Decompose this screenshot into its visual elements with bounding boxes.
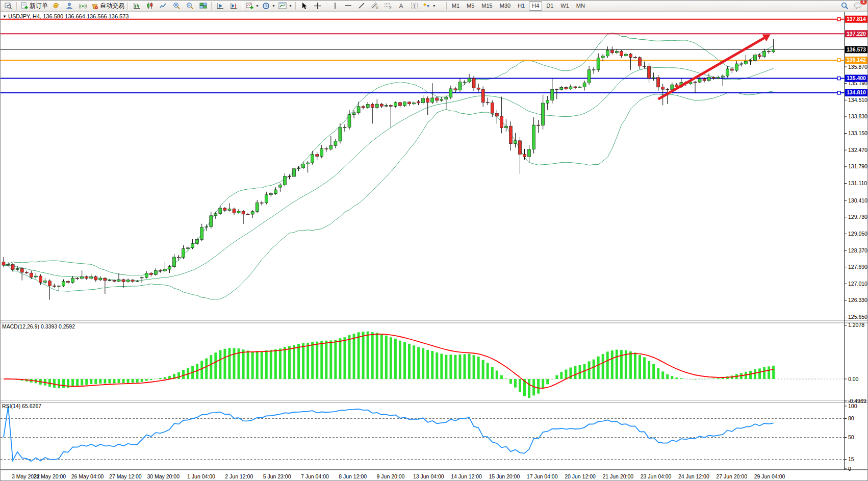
timeframe-D1[interactable]: D1	[543, 1, 556, 11]
candle	[422, 98, 425, 103]
market-watch-icon[interactable]	[2, 1, 15, 11]
candle	[639, 58, 642, 66]
svg-text:50: 50	[848, 434, 854, 440]
periods-button[interactable]: ▼	[261, 1, 277, 11]
search-icon	[841, 2, 849, 10]
arrows-tool[interactable]: ▼	[421, 1, 438, 11]
candle	[154, 270, 157, 274]
candle	[237, 211, 240, 213]
svg-text:15: 15	[848, 456, 854, 462]
time-label: 24 May 20:00	[33, 473, 66, 479]
chart-canvas[interactable]: 135.870135.190134.510133.830133.150132.4…	[1, 1, 868, 481]
candle	[624, 54, 627, 56]
timeframe-H1[interactable]: H1	[515, 1, 528, 11]
chart-title: ▼ USDJPY, H4, 136.580 136.664 136.566 13…	[3, 13, 129, 19]
hline-handle[interactable]	[837, 59, 840, 62]
timeframe-M30[interactable]: M30	[497, 1, 514, 11]
candle	[500, 116, 503, 128]
templates-button[interactable]: ▼	[277, 1, 294, 11]
timeframe-M1[interactable]: M1	[449, 1, 463, 11]
candle	[449, 89, 452, 97]
search-button[interactable]	[838, 1, 851, 11]
text-icon: A	[398, 2, 404, 9]
time-axis[interactable]: 3 May 202224 May 20:0026 May 04:0027 May…	[12, 473, 785, 479]
candle	[187, 248, 190, 249]
zoom-out-button[interactable]	[183, 1, 196, 11]
candle	[122, 280, 125, 282]
accounts-button[interactable]	[63, 1, 76, 11]
time-label: 23 Jun 04:00	[641, 473, 672, 479]
candle	[551, 89, 554, 100]
candle	[514, 141, 517, 144]
svg-text:131.790: 131.790	[848, 163, 867, 169]
new-order-button[interactable]: 新订单	[19, 1, 49, 11]
hline-handle[interactable]	[837, 91, 840, 94]
candle	[210, 216, 213, 227]
crosshair-tool-button[interactable]	[311, 1, 324, 11]
svg-text:100: 100	[848, 403, 857, 409]
candle	[53, 286, 56, 286]
trendline-tool[interactable]	[355, 1, 368, 11]
candle	[504, 126, 507, 128]
text-tool[interactable]: A	[395, 1, 408, 11]
timeframe-W1[interactable]: W1	[557, 1, 572, 11]
fibonacci-tool[interactable]: F	[381, 1, 395, 11]
candle	[772, 49, 775, 52]
timeframe-M15[interactable]: M15	[478, 1, 495, 11]
equidistant-channel-tool[interactable]: E	[368, 1, 381, 11]
candle	[768, 52, 771, 52]
timeframe-H4[interactable]: H4	[529, 1, 542, 11]
candle	[413, 103, 416, 104]
cursor-tool-button[interactable]	[298, 1, 311, 11]
timeframe-MN[interactable]: MN	[573, 1, 588, 11]
candle	[288, 176, 291, 177]
candle	[39, 276, 42, 282]
crosshair-icon	[314, 2, 321, 10]
candle-chart-mode-button[interactable]	[143, 1, 157, 11]
hline-handle[interactable]	[837, 18, 840, 21]
candle	[703, 79, 706, 81]
chart-shift-button[interactable]	[227, 1, 240, 11]
collapse-marker-icon[interactable]: ▼	[3, 14, 7, 19]
candle	[721, 76, 724, 77]
bar-chart-mode-button[interactable]	[130, 1, 143, 11]
candle	[30, 273, 33, 277]
svg-text:133.830: 133.830	[848, 113, 867, 119]
candle	[196, 239, 199, 243]
svg-text:T: T	[413, 4, 416, 9]
candle	[205, 226, 208, 227]
candle	[117, 280, 120, 281]
text-label-tool[interactable]: T	[408, 1, 421, 11]
tile-windows-button[interactable]	[196, 1, 210, 11]
line-chart-mode-button[interactable]	[157, 1, 170, 11]
zoom-out-icon	[186, 2, 194, 10]
time-label: 24 Jun 12:00	[678, 473, 709, 479]
auto-trading-button[interactable]: 自动交易	[89, 1, 126, 11]
candle	[200, 227, 203, 240]
time-label: 1 Jun 04:00	[187, 473, 215, 479]
auto-scroll-button[interactable]	[214, 1, 227, 11]
candle	[518, 141, 521, 155]
time-label: 15 Jun 20:00	[489, 473, 520, 479]
candle	[76, 278, 79, 279]
candle	[657, 78, 660, 87]
timeframe-M5[interactable]: M5	[464, 1, 477, 11]
notifications-button[interactable]: 1	[851, 1, 864, 11]
deposit-button[interactable]	[49, 1, 63, 11]
svg-text:132.470: 132.470	[848, 147, 867, 153]
candle	[94, 276, 97, 280]
candle	[712, 78, 715, 79]
zoom-in-button[interactable]	[170, 1, 183, 11]
horizontal-line-tool[interactable]	[342, 1, 355, 11]
candle	[629, 54, 632, 58]
notification-badge: 1	[860, 0, 867, 5]
time-label: 20 Jun 12:00	[565, 473, 596, 479]
template-icon	[278, 2, 287, 9]
hline-handle[interactable]	[837, 77, 840, 80]
candle	[316, 155, 319, 157]
signals-button[interactable]	[76, 1, 89, 11]
svg-text:136.573: 136.573	[847, 46, 866, 53]
gold-ingot-icon	[52, 2, 60, 9]
vertical-line-tool[interactable]	[328, 1, 342, 11]
indicators-button[interactable]: ▼	[244, 1, 261, 11]
